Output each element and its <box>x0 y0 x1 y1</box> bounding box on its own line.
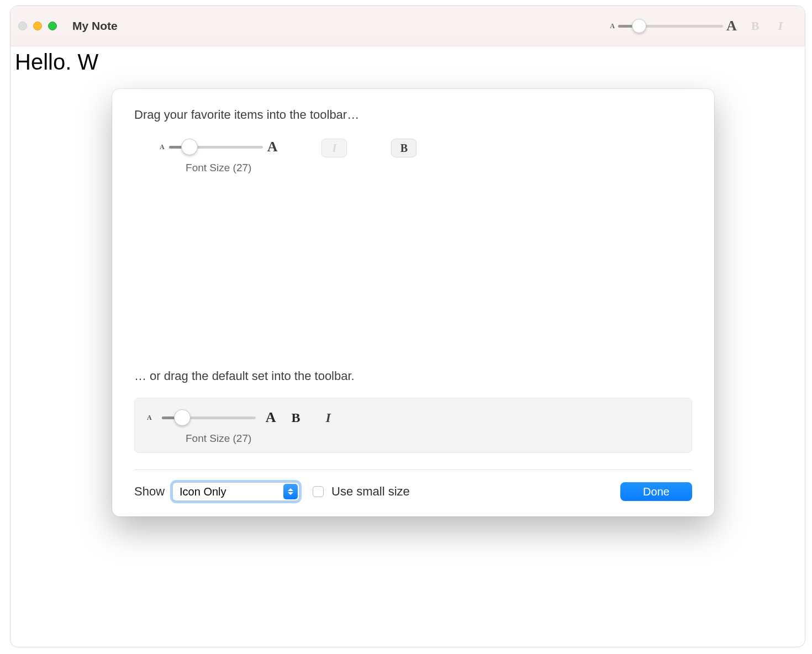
bold-toolbar-item[interactable]: B <box>747 19 764 33</box>
big-a-icon: A <box>726 18 737 34</box>
window-close-button[interactable] <box>18 22 27 30</box>
window-title: My Note <box>72 19 118 33</box>
titlebar: My Note A A B I <box>10 6 805 46</box>
select-value: Icon Only <box>180 486 226 498</box>
palette-font-size-item[interactable]: A A Font Size (27) <box>160 139 277 174</box>
small-a-icon: A <box>610 22 615 30</box>
italic-toolbar-item[interactable]: I <box>773 19 787 33</box>
palette-bold-item[interactable]: B <box>391 139 416 157</box>
palette-item-label: Font Size (27) <box>186 162 251 174</box>
slider-track[interactable] <box>618 25 723 28</box>
slider-thumb <box>174 409 191 426</box>
bold-icon: B <box>391 139 416 157</box>
toolbar: A A B I <box>610 18 797 34</box>
customize-heading: Drag your favorite items into the toolba… <box>134 108 692 122</box>
window-minimize-button[interactable] <box>33 22 42 30</box>
palette-row: A A Font Size (27) I B <box>134 139 692 174</box>
default-set-heading: … or drag the default set into the toolb… <box>134 369 692 383</box>
customize-toolbar-sheet: Drag your favorite items into the toolba… <box>112 89 714 516</box>
italic-icon: I <box>325 410 330 425</box>
big-a-icon: A <box>266 409 276 426</box>
default-set-font-size-label: Font Size (27) <box>147 433 679 445</box>
font-size-slider[interactable]: A A <box>610 18 736 34</box>
done-button[interactable]: Done <box>620 482 692 501</box>
divider <box>134 470 692 470</box>
customize-footer: Show Icon Only Use small size Done <box>134 482 692 501</box>
traffic-lights <box>18 22 57 30</box>
bold-icon: B <box>291 410 300 425</box>
show-label: Show <box>134 484 165 499</box>
slider-thumb[interactable] <box>181 139 198 155</box>
small-a-icon: A <box>147 414 152 422</box>
sheet-backdrop: Drag your favorite items into the toolba… <box>10 47 805 647</box>
window-zoom-button[interactable] <box>48 22 57 30</box>
big-a-icon: A <box>267 139 278 155</box>
use-small-size-label: Use small size <box>331 484 410 499</box>
select-caret-icon <box>283 484 298 499</box>
use-small-size-checkbox[interactable] <box>313 486 324 497</box>
small-a-icon: A <box>160 143 165 151</box>
slider-track[interactable] <box>169 146 263 149</box>
slider-thumb[interactable] <box>632 19 646 33</box>
app-window: My Note A A B I Hello. W Drag your favor… <box>10 6 805 647</box>
palette-italic-item[interactable]: I <box>321 139 347 157</box>
show-mode-select[interactable]: Icon Only <box>172 482 299 501</box>
slider-track <box>162 416 256 419</box>
default-toolbar-set[interactable]: A A B I Font Size (27) <box>134 398 692 453</box>
italic-icon: I <box>321 139 347 157</box>
